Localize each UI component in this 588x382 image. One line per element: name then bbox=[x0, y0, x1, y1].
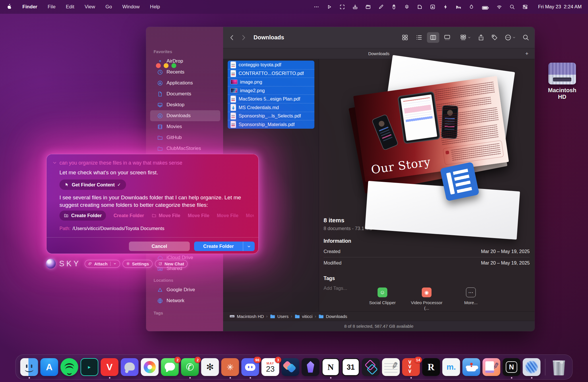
more-actions-button[interactable] bbox=[504, 34, 516, 41]
play-icon[interactable] bbox=[326, 4, 332, 10]
suggested-action-move-file[interactable]: Move File bbox=[188, 213, 209, 218]
share-button[interactable] bbox=[477, 34, 485, 41]
file-row[interactable]: Sponsorship_...ls_Selects.pdf bbox=[228, 112, 314, 120]
dock-item-notes[interactable] bbox=[381, 358, 401, 376]
sidebar-item-network[interactable]: Network bbox=[150, 295, 220, 306]
quick-action-more-[interactable]: ⋯More... bbox=[452, 288, 489, 311]
menu-item-file[interactable]: File bbox=[48, 4, 55, 10]
apple-logo-icon[interactable] bbox=[6, 3, 12, 10]
breadcrumb-item-downloads[interactable]: Downloads bbox=[318, 314, 347, 319]
dock-item-sphere[interactable] bbox=[522, 358, 542, 376]
quick-action-video-processor-[interactable]: ◉Video Processor (... bbox=[408, 288, 445, 311]
sidebar-item-recents[interactable]: Recents bbox=[150, 67, 220, 78]
menu-item-go[interactable]: Go bbox=[105, 4, 112, 10]
file-row[interactable]: MS Credentials.md bbox=[228, 103, 314, 112]
tab-downloads[interactable]: Downloads bbox=[368, 51, 389, 56]
new-tab-button[interactable]: + bbox=[523, 50, 531, 57]
quick-action-social-clipper[interactable]: ☺Social Clipper bbox=[364, 288, 401, 311]
menu-item-edit[interactable]: Edit bbox=[66, 4, 74, 10]
shape-icon[interactable] bbox=[417, 4, 423, 10]
dock-item-spotify[interactable] bbox=[59, 358, 80, 376]
view-grid-button[interactable] bbox=[399, 32, 411, 43]
sky-attach-button[interactable]: Attach bbox=[85, 260, 120, 268]
dock-item-calendar[interactable]: MAY233 bbox=[260, 358, 281, 376]
create-folder-dropdown[interactable] bbox=[243, 244, 255, 248]
tags-button[interactable] bbox=[491, 34, 498, 41]
remote-icon[interactable] bbox=[391, 4, 397, 10]
menu-item-view[interactable]: View bbox=[85, 4, 95, 10]
dock-item-claude[interactable] bbox=[220, 358, 240, 376]
search-icon[interactable] bbox=[509, 4, 515, 10]
dock-item-macstories[interactable]: m. bbox=[441, 358, 461, 376]
collapse-chevron-icon[interactable] bbox=[52, 160, 57, 165]
dock-item-todoist[interactable]: 14 bbox=[401, 358, 421, 376]
view-columns-button[interactable] bbox=[427, 32, 439, 43]
dock-item-day-one[interactable] bbox=[461, 358, 481, 376]
dock-item-notion[interactable]: N bbox=[321, 358, 341, 376]
sidebar-item-google-drive[interactable]: Google Drive bbox=[150, 284, 220, 295]
view-list-button[interactable] bbox=[413, 32, 425, 43]
sky-logo[interactable] bbox=[46, 259, 56, 269]
forward-button[interactable] bbox=[240, 34, 247, 41]
dock-item-app-store[interactable]: A bbox=[39, 358, 59, 376]
bed-icon[interactable] bbox=[456, 4, 461, 10]
sidebar-item-movies[interactable]: Movies bbox=[150, 121, 220, 132]
sky-settings-button[interactable]: Settings bbox=[123, 260, 152, 268]
wifi-icon[interactable] bbox=[496, 4, 502, 10]
cancel-button[interactable]: Cancel bbox=[129, 242, 190, 251]
menu-app-name[interactable]: Finder bbox=[22, 4, 37, 10]
dock-item-calendar-31[interactable]: 31 bbox=[341, 358, 361, 376]
file-row[interactable]: MacStories 5...esign Plan.pdf bbox=[228, 94, 314, 103]
zoom-button[interactable] bbox=[171, 63, 176, 68]
close-button[interactable] bbox=[156, 63, 161, 68]
battery-icon[interactable] bbox=[481, 4, 489, 10]
breadcrumb-item-users[interactable]: Users bbox=[270, 314, 289, 319]
flame-icon[interactable] bbox=[469, 4, 474, 10]
sidebar-item-desktop[interactable]: Desktop bbox=[150, 99, 220, 110]
dock-item-trash[interactable] bbox=[549, 358, 569, 376]
dock-item-mastodon[interactable] bbox=[120, 358, 140, 376]
menu-item-help[interactable]: Help bbox=[150, 4, 160, 10]
dock-item-craft[interactable] bbox=[361, 358, 381, 376]
dock-item-finder[interactable] bbox=[19, 358, 39, 376]
screen-capture-icon[interactable] bbox=[339, 4, 345, 10]
dock-item-obsidian[interactable] bbox=[301, 358, 321, 376]
breadcrumb-item-macintosh-hd[interactable]: Macintosh HD bbox=[229, 314, 264, 319]
dock-item-messages[interactable]: 2 bbox=[160, 358, 180, 376]
file-row[interactable]: CONTRATTO...OSCRITTO.pdf bbox=[228, 69, 314, 78]
tray-download-icon[interactable] bbox=[352, 4, 358, 10]
menu-clock[interactable]: Fri May 23 2:24 AM bbox=[538, 4, 582, 10]
desktop-volume[interactable]: Macintosh HD bbox=[545, 63, 579, 100]
suggested-action-move-file[interactable]: Move File bbox=[217, 213, 238, 218]
dock-item-shortcuts[interactable] bbox=[281, 358, 301, 376]
keystone-icon[interactable] bbox=[430, 4, 436, 10]
minimize-button[interactable] bbox=[164, 63, 169, 68]
file-row[interactable]: conteggio toyota.pdf bbox=[228, 61, 314, 69]
dock-item-photos[interactable] bbox=[140, 358, 160, 376]
dock-item-whatsapp[interactable]: 2 bbox=[180, 358, 200, 376]
sidebar-item-clubmacstories[interactable]: ClubMacStories bbox=[150, 143, 220, 154]
suggested-action-move-file[interactable]: Move File bbox=[246, 213, 254, 218]
ellipsis-icon[interactable] bbox=[314, 4, 319, 10]
sidebar-item-documents[interactable]: Documents bbox=[150, 88, 220, 99]
dock-item-chatgpt[interactable] bbox=[200, 358, 220, 376]
breadcrumb-item-viticci[interactable]: viticci bbox=[295, 314, 313, 319]
file-row[interactable]: Sponsorship_Materials.pdf bbox=[228, 120, 314, 129]
sidebar-item-github[interactable]: GitHub bbox=[150, 132, 220, 143]
dock-item-reader[interactable]: R bbox=[421, 358, 441, 376]
bolt-icon[interactable] bbox=[443, 4, 448, 10]
layers-icon[interactable] bbox=[404, 4, 410, 10]
tool-call-pill[interactable]: Get Finder Content ✓ bbox=[59, 180, 126, 190]
dock-item-vivaldi[interactable]: V bbox=[100, 358, 120, 376]
suggested-action-create-folder[interactable]: Create Folder bbox=[59, 211, 106, 221]
suggested-action-create-folder[interactable]: Create Folder bbox=[113, 213, 144, 218]
suggested-action-move-file[interactable]: Move File bbox=[152, 213, 180, 218]
pencil-icon[interactable] bbox=[378, 4, 384, 10]
clapperboard-icon[interactable] bbox=[365, 4, 371, 10]
sidebar-item-downloads[interactable]: Downloads bbox=[150, 110, 220, 121]
control-center-icon[interactable] bbox=[522, 4, 528, 10]
dock-item-discord[interactable]: 98 bbox=[240, 358, 260, 376]
dock-item-netnewswire[interactable]: N bbox=[502, 358, 522, 376]
sidebar-item-applications[interactable]: Applications bbox=[150, 78, 220, 88]
dock-item-writer[interactable] bbox=[481, 358, 502, 376]
